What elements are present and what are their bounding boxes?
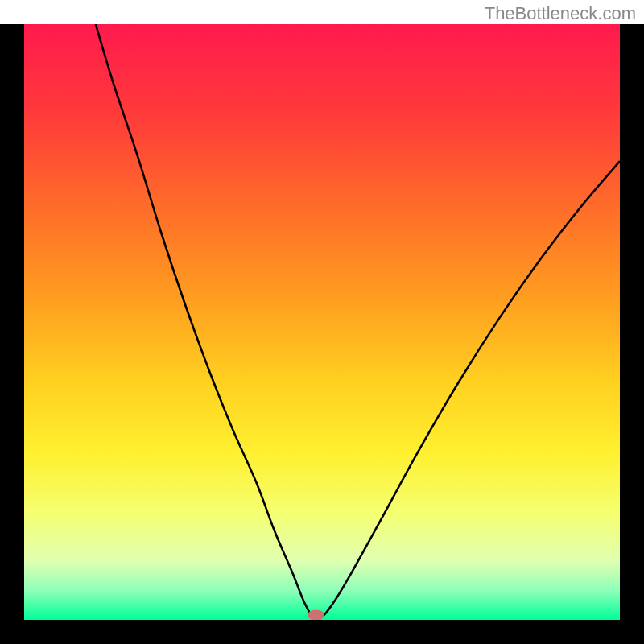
chart-svg [24,24,620,620]
gradient-background [24,24,620,620]
plot-area [24,24,620,620]
watermark-text: TheBottleneck.com [485,3,636,24]
plot-frame [0,24,644,644]
chart-container: TheBottleneck.com [0,0,644,644]
